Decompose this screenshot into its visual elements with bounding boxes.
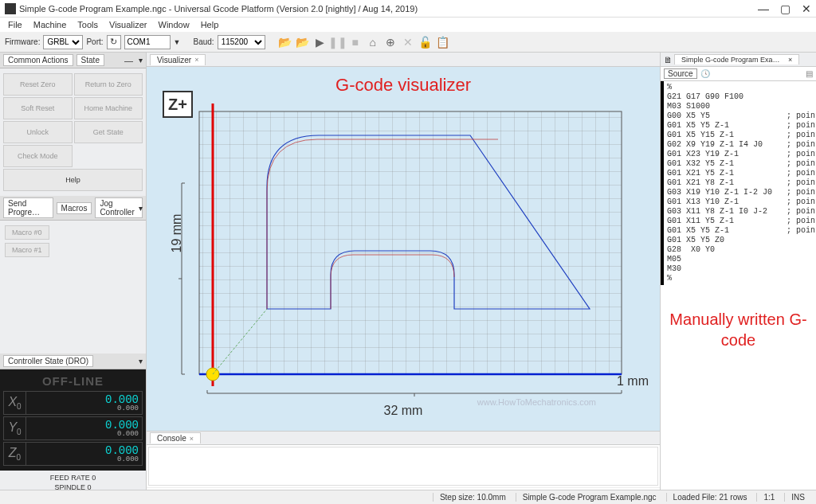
visualizer-canvas[interactable]: G-code visualizer Z+: [147, 67, 660, 431]
visualizer-heading: G-code visualizer: [335, 75, 471, 96]
macro-1-button[interactable]: Macro #1: [5, 243, 49, 257]
y-dimension: 19 mm: [170, 214, 184, 253]
return-zero-button[interactable]: Return to Zero: [74, 73, 143, 96]
pause-icon[interactable]: ❚❚: [331, 35, 345, 49]
reset-icon[interactable]: ✕: [401, 35, 415, 49]
macros-tab[interactable]: Macros: [57, 202, 92, 214]
gcode-source[interactable]: % G21 G17 G90 F100 M03 S1000 G00 X5 Y5 ;…: [661, 81, 816, 285]
close-tab-icon[interactable]: ×: [190, 435, 194, 443]
reset-zero-button[interactable]: Reset Zero: [3, 73, 73, 96]
status-pos: 1:1: [756, 493, 781, 502]
stop-icon[interactable]: ■: [348, 35, 363, 49]
target-icon[interactable]: ⊕: [383, 35, 398, 49]
dro-tab[interactable]: Controller State (DRO): [3, 355, 93, 367]
menu-tools[interactable]: Tools: [73, 18, 103, 31]
menu-machine[interactable]: Machine: [29, 18, 72, 31]
macros-header: Send Progre… Macros Jog Controller ▾: [0, 196, 146, 221]
close-button[interactable]: ✕: [802, 2, 811, 15]
check-mode-button[interactable]: Check Mode: [3, 145, 73, 167]
state-tab[interactable]: State: [76, 54, 104, 66]
menu-window[interactable]: Window: [154, 18, 194, 31]
feed-rate-label: FEED RATE 0: [2, 473, 143, 483]
panel-close-icon[interactable]: ▾: [139, 204, 143, 213]
dro-panel: OFF-LINE X0 0.0000.000 Y0 0.0000.000 Z0 …: [0, 369, 146, 471]
baud-label: Baud:: [194, 37, 214, 46]
console-output[interactable]: [148, 447, 658, 486]
dro-header: Controller State (DRO) ▾: [0, 354, 146, 369]
window-titlebar: Simple G-code Program Example.ngc - Univ…: [0, 0, 816, 18]
home-button[interactable]: Home Machine: [74, 97, 143, 119]
menu-help[interactable]: Help: [196, 18, 224, 31]
menu-file[interactable]: File: [3, 18, 27, 31]
refresh-port-icon[interactable]: ↻: [107, 35, 121, 49]
annotation-label: Manually written G-code: [661, 285, 816, 374]
port-dropdown-icon[interactable]: ▼: [174, 38, 181, 46]
panel-close-icon[interactable]: ▾: [139, 357, 143, 365]
watermark: www.HowToMechatronics.com: [477, 397, 596, 407]
status-file: Simple G-code Program Example.ngc: [516, 493, 663, 502]
close-tab-icon[interactable]: ×: [788, 56, 792, 64]
get-state-button[interactable]: Get State: [74, 121, 143, 143]
status-ins: INS: [784, 493, 811, 502]
common-actions-tab[interactable]: Common Actions: [3, 54, 73, 66]
minimize-button[interactable]: —: [758, 2, 769, 15]
dro-y-label: Y0: [4, 417, 26, 440]
dro-z-row: Z0 0.0000.000: [3, 442, 143, 466]
source-search-icon[interactable]: ▤: [806, 69, 813, 78]
dro-x-label: X0: [4, 392, 26, 414]
play-icon[interactable]: ▶: [313, 35, 328, 49]
file-icon: 🗎: [664, 55, 673, 64]
home-icon[interactable]: ⌂: [366, 35, 380, 49]
menu-visualizer[interactable]: Visualizer: [104, 18, 152, 31]
one-mm-label: 1 mm: [617, 374, 649, 389]
visualizer-tab[interactable]: Visualizer ×: [150, 54, 206, 65]
source-panel: 🗎 Simple G-code Program Example.ngc × So…: [660, 53, 816, 504]
status-rows: Loaded File: 21 rows: [666, 493, 754, 502]
close-tab-icon[interactable]: ×: [194, 56, 198, 64]
visualizer-svg: [175, 104, 638, 422]
help-button[interactable]: Help: [3, 169, 143, 191]
app-icon: [5, 3, 16, 14]
dro-z-label: Z0: [4, 443, 26, 465]
jog-tab[interactable]: Jog Controller: [95, 197, 143, 218]
center-panel: Visualizer × G-code visualizer Z+: [147, 53, 660, 504]
copy-icon[interactable]: 📋: [436, 35, 450, 49]
left-panel: Common Actions State — ▾ Reset Zero Retu…: [0, 53, 147, 504]
common-actions-header: Common Actions State — ▾: [0, 53, 146, 68]
macro-0-button[interactable]: Macro #0: [5, 225, 49, 240]
menubar: File Machine Tools Visualizer Window Hel…: [0, 18, 816, 32]
panel-close-icon[interactable]: ▾: [139, 56, 143, 64]
unlock-icon[interactable]: 🔓: [418, 35, 433, 49]
port-label: Port:: [86, 37, 103, 46]
x-dimension: 32 mm: [384, 404, 423, 418]
source-view-tab[interactable]: Source: [664, 68, 697, 79]
dro-y-row: Y0 0.0000.000: [3, 416, 143, 440]
maximize-button[interactable]: ▢: [780, 2, 790, 15]
status-bar: Step size: 10.0mm Simple G-code Program …: [0, 490, 816, 504]
source-file-tab[interactable]: Simple G-code Program Example.ngc ×: [674, 54, 799, 64]
send-progress-tab[interactable]: Send Progre…: [3, 197, 53, 218]
soft-reset-button[interactable]: Soft Reset: [3, 97, 73, 119]
firmware-label: Firmware:: [5, 37, 40, 46]
save-file-icon[interactable]: 📂: [296, 35, 310, 49]
console-tab[interactable]: Console ×: [150, 432, 201, 443]
panel-minimize-icon[interactable]: —: [124, 56, 133, 65]
open-file-icon[interactable]: 📂: [278, 35, 292, 49]
window-title: Simple G-code Program Example.ngc - Univ…: [19, 4, 418, 14]
history-icon[interactable]: 🕓: [700, 69, 710, 78]
dro-status: OFF-LINE: [3, 373, 143, 391]
status-step: Step size: 10.0mm: [433, 493, 512, 502]
dro-x-row: X0 0.0000.000: [3, 391, 143, 415]
port-input[interactable]: [124, 35, 171, 49]
baud-select[interactable]: 115200: [218, 35, 265, 49]
toolbar: Firmware: GRBL Port: ↻ ▼ Baud: 115200 📂 …: [0, 32, 816, 53]
unlock-button[interactable]: Unlock: [3, 121, 73, 143]
svg-rect-0: [199, 111, 622, 374]
firmware-select[interactable]: GRBL: [43, 35, 83, 49]
